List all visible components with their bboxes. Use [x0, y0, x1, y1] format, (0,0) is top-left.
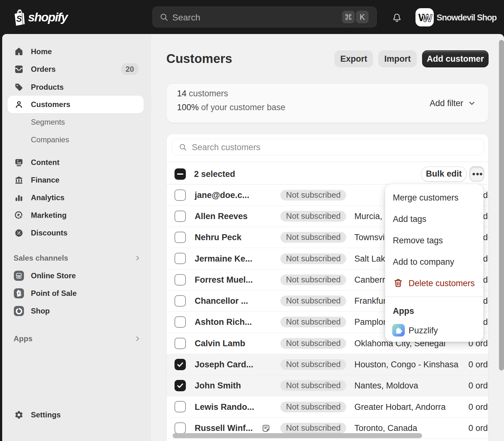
- svg-text:s: s: [18, 291, 20, 295]
- svg-text:S: S: [16, 14, 22, 24]
- svg-text:W: W: [422, 12, 432, 24]
